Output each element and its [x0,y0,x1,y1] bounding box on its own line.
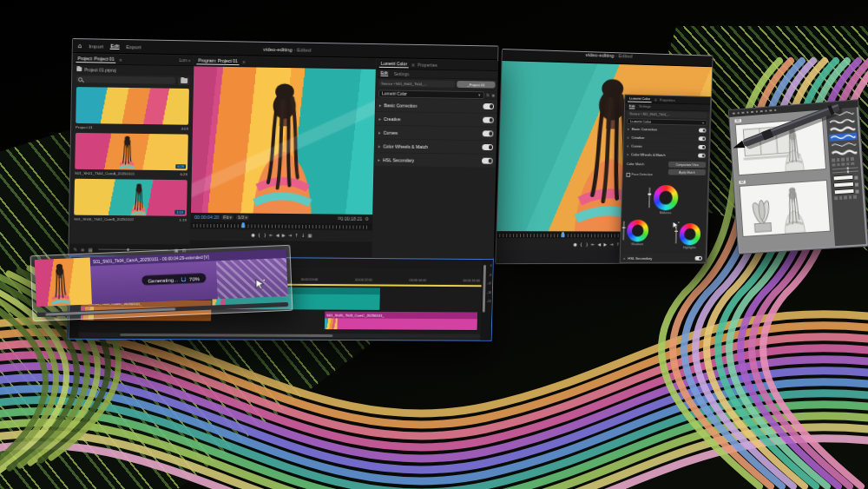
go-to-out-button[interactable]: ⇥ [610,242,614,247]
mark-in-button[interactable]: { [580,242,582,247]
lift-button[interactable]: ↑ [295,234,299,238]
midtones-slider[interactable] [648,188,650,208]
shadows-slider[interactable] [622,221,624,241]
list-item[interactable]: Project 01 4:03 [76,87,189,132]
timeline-vertical-scrollbar[interactable] [483,265,486,313]
apply-match-button[interactable]: Apply Match [668,169,706,175]
play-button[interactable]: ▶ [282,234,286,238]
timeline-horizontal-scrollbar[interactable] [79,333,481,339]
mini-slider[interactable] [832,170,858,173]
section-toggle[interactable] [699,129,707,133]
step-back-button[interactable]: ◀ [276,234,279,238]
subtab-settings[interactable]: Settings [394,71,410,76]
section-basic-correction[interactable]: ▸ Basic Correction [624,125,709,135]
section-creative[interactable]: ▸ Creative [375,112,496,127]
storyboard-frame-2[interactable] [740,180,831,237]
mark-out-button[interactable]: } [586,242,589,247]
panel-menu-icon[interactable]: ≡ [654,97,657,102]
preset-dropdown[interactable]: Lumetri Color ▾ [378,89,483,99]
list-view-icon[interactable]: ≡ [81,247,85,252]
playhead[interactable] [242,222,245,228]
tab-project[interactable]: Project: Project 01 [76,55,115,63]
grid-view-icon[interactable]: ▦ [89,247,93,252]
play-button[interactable]: ▶ [604,242,608,247]
tab-lumetri-collapsed[interactable]: Lum » [179,58,190,63]
panel-menu-icon[interactable]: ≡ [411,62,415,67]
marker-button[interactable]: ● [251,233,254,237]
home-icon[interactable]: ⌂ [78,43,82,50]
timeline-clip-pink[interactable]: S01_Sh05_Tk03_CamC_20250101_ [325,312,477,330]
target-project-chip[interactable]: _Project 01 [457,81,495,89]
section-toggle[interactable] [695,255,703,260]
close-icon[interactable]: × [242,59,246,64]
fx-icon[interactable]: fx [486,93,489,97]
eye-icon[interactable]: ◉ [491,93,495,97]
section-hsl-secondary[interactable]: ▸ HSL Secondary [621,254,706,262]
layer-swatch[interactable] [833,182,854,188]
subtab-edit[interactable]: Edit [380,70,388,76]
section-toggle[interactable] [483,131,494,137]
midtones-wheel[interactable] [653,185,678,210]
close-icon[interactable]: × [119,56,122,62]
export-frame-button[interactable]: ▦ [308,234,312,238]
new-bin-button[interactable] [178,76,189,84]
section-curves[interactable]: ▸ Curves [375,126,496,141]
go-to-out-button[interactable]: ⇥ [288,234,292,238]
generative-extend-clip[interactable]: S01_Sh01_Tk04_CamA_20250101 - 00:00:04:2… [30,245,293,321]
tab-lumetri-color[interactable]: Lumetri Color [379,60,409,68]
shadows-wheel[interactable] [627,220,648,242]
settings-wrench-icon[interactable]: ⚙ [365,216,369,221]
section-toggle[interactable] [482,144,493,150]
section-basic-correction[interactable]: ▸ Basic Correction [376,98,497,113]
playhead[interactable] [562,232,564,237]
audio-meter: 0 -6 -12 -18 -24 [480,260,493,340]
comparison-view-button[interactable]: Comparison View [668,162,706,168]
section-toggle[interactable] [698,154,706,158]
step-back-button[interactable]: ◀ [597,242,601,247]
layer-swatch[interactable] [834,188,855,195]
subtab-edit[interactable]: Edit [629,103,635,109]
section-creative[interactable]: ▸ Creative [624,134,709,143]
marker-button[interactable]: ● [573,242,576,247]
mini-slider[interactable] [832,167,858,169]
edit-pen-icon[interactable]: ✎ [73,247,77,252]
section-color-wheels-match[interactable]: ▸ Color Wheels & Match [375,139,496,154]
menu-edit[interactable]: Edit [110,43,119,50]
section-hsl-secondary[interactable]: ▸ HSL Secondary [374,153,496,167]
tool-icon-row[interactable] [832,162,858,167]
playback-resolution-dropdown[interactable]: 1/2▾ [236,215,249,220]
extract-button[interactable]: ↓ [301,234,305,238]
layer-swatch[interactable] [832,175,853,182]
storyboard-frame-1[interactable] [735,117,826,175]
subtab-settings[interactable]: Settings [639,104,651,109]
section-toggle[interactable] [698,145,706,149]
mark-out-button[interactable]: } [264,233,266,237]
clip-body[interactable]: S01_Sh01_Tk04_CamA_20250101 - 00:00:04:2… [90,249,288,304]
tab-program[interactable]: Program: Project 01 [196,56,240,65]
brush-preset[interactable] [830,148,858,156]
section-label: Creative [384,116,401,122]
menu-export[interactable]: Export [126,44,141,50]
section-toggle[interactable] [482,158,493,164]
section-curves[interactable]: ▸ Curves [624,142,709,150]
menu-import[interactable]: Import [89,43,103,49]
section-toggle[interactable] [483,103,494,109]
section-toggle[interactable] [699,136,707,141]
source-clip-chip[interactable]: Source • S01_Sh01_Tk04_… [378,80,455,88]
search-input[interactable] [76,76,175,84]
tab-properties[interactable]: Properties [660,97,675,102]
go-to-in-button[interactable]: ⇤ [591,242,595,247]
fit-dropdown[interactable]: Fit▾ [221,215,233,220]
section-color-wheels-match[interactable]: ▾ Color Wheels & Match [623,150,708,159]
checkbox-icon[interactable] [626,173,629,176]
mark-in-button[interactable]: { [258,233,260,237]
list-item[interactable]: 1:19 S01_Sh06_Tk02_CamB_20250101 1:19 [74,179,187,223]
tab-lumetri-color[interactable]: Lumetri Color [628,96,652,102]
section-toggle[interactable] [483,117,494,123]
face-detection-checkbox-row[interactable]: Face Detection [626,173,653,177]
go-to-in-button[interactable]: ⇤ [269,233,273,237]
tab-properties[interactable]: Properties [418,62,437,67]
highlights-wheel[interactable] [679,223,700,245]
bottom-icon-row[interactable] [834,195,860,199]
list-item[interactable]: 6:29 S01_Sh01_Tk04_CamA_20250101 6:29 [75,133,188,177]
